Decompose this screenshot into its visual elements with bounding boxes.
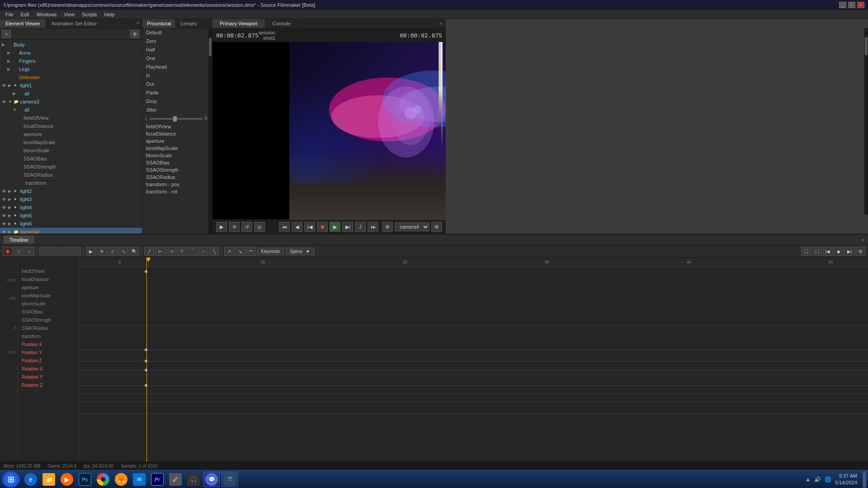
menu-scripts[interactable]: Scripts	[78, 11, 101, 18]
tree-item-ssaoradius[interactable]: SSAORadius	[0, 171, 142, 179]
tree-item-body[interactable]: ▶ Body	[0, 41, 142, 49]
menu-windows[interactable]: Windows	[33, 11, 61, 18]
proc-out[interactable]: Out	[142, 80, 212, 89]
left-panel-close[interactable]: ×	[134, 19, 142, 26]
taskbar-sfm[interactable]: 🎬	[222, 472, 238, 487]
tl-ease-1[interactable]: ↗	[224, 247, 234, 256]
attr-aperture[interactable]: aperture	[142, 137, 212, 145]
tl-btn-mode2[interactable]: ↕	[24, 247, 34, 256]
tree-item-ssaostrength[interactable]: SSAOStrength	[0, 163, 142, 171]
tree-item-tonemapscale[interactable]: toneMapScale	[0, 138, 142, 146]
tree-item-arms[interactable]: ▶ Arms	[0, 49, 142, 57]
transport-step-forward[interactable]: ▶|	[342, 222, 353, 232]
tree-item-all-light1[interactable]: ▶ all	[0, 89, 142, 98]
tree-item-fov[interactable]: fieldOfView	[0, 114, 142, 122]
proc-zero[interactable]: Zero	[142, 37, 212, 46]
tl-settings[interactable]: ⚙	[855, 247, 865, 256]
tree-item-focal[interactable]: focalDistance	[0, 122, 142, 130]
slider-track[interactable]	[150, 118, 203, 120]
tab-lenses[interactable]: Lenses	[176, 19, 201, 28]
tool-move[interactable]: ✛	[229, 222, 240, 232]
minimize-button[interactable]: _	[839, 2, 846, 8]
attr-ssaostrength[interactable]: SSAOStrength	[142, 166, 212, 174]
tab-timeline[interactable]: Timeline	[4, 236, 34, 244]
attr-tonemap[interactable]: toneMapScale	[142, 145, 212, 152]
proc-drop[interactable]: Drop	[142, 97, 212, 106]
tool-pointer[interactable]: ▶	[216, 222, 227, 232]
show-desktop-icon[interactable]	[863, 471, 866, 488]
taskbar-headphones[interactable]: 🎧	[185, 472, 202, 487]
left-scrollbar-thumb[interactable]	[865, 37, 868, 55]
tree-item-aperture[interactable]: aperture	[0, 130, 142, 138]
tl-interp-4[interactable]: ⊤	[177, 247, 187, 256]
attr-transform-pos[interactable]: transform - pos	[142, 181, 212, 188]
tree-item-fingers[interactable]: ▶ Fingers	[0, 57, 142, 65]
attr-transform-rot[interactable]: transform - rot	[142, 188, 212, 195]
tl-ease-2[interactable]: ↘	[235, 247, 245, 256]
tree-item-bloomscale[interactable]: bloomScale	[0, 146, 142, 155]
taskbar-firefox[interactable]: 🦊	[113, 472, 129, 487]
tl-tool-zoom[interactable]: 🔍	[129, 247, 139, 256]
tree-item-ssaobias[interactable]: SSAOBias	[0, 155, 142, 163]
tl-tool-crop[interactable]: ⤡	[118, 247, 128, 256]
taskbar-misc1[interactable]: 🖊	[167, 472, 184, 487]
taskbar-explorer[interactable]: 📁	[41, 472, 57, 487]
tree-item-camera3[interactable]: 👁 ▼ 📁 camera3	[0, 98, 142, 106]
close-button[interactable]: ×	[857, 2, 864, 8]
attr-fov[interactable]: fieldOfView	[142, 123, 212, 130]
tl-btn-mode1[interactable]: □	[14, 247, 24, 256]
tl-input-end[interactable]	[61, 247, 81, 255]
proc-default[interactable]: Default	[142, 28, 212, 37]
attr-ssaoradius[interactable]: SSAORadius	[142, 174, 212, 181]
tl-prev-key[interactable]: |◀	[823, 247, 833, 256]
tl-add-key[interactable]: ◆	[834, 247, 844, 256]
transport-rewind[interactable]: ⏮	[279, 222, 290, 232]
tl-btn-record[interactable]: ⏺	[3, 247, 13, 256]
proc-jitter[interactable]: Jitter	[142, 106, 212, 114]
tl-next-key[interactable]: ▶|	[844, 247, 854, 256]
proc-in[interactable]: In	[142, 71, 212, 80]
spline-dropdown-icon[interactable]: ▼	[306, 249, 310, 254]
left-panel-scrollbar[interactable]	[864, 28, 868, 215]
proc-half[interactable]: Half	[142, 46, 212, 54]
middle-scrollbar-thumb[interactable]	[209, 38, 212, 56]
tree-item-light3[interactable]: 👁 ▶ ✦ light3	[0, 195, 142, 203]
tl-interp-3[interactable]: ⊣	[166, 247, 176, 256]
transport-loop[interactable]: ⏭	[368, 222, 378, 232]
add-button[interactable]: +	[2, 30, 11, 38]
tl-wave[interactable]: 〜	[246, 247, 256, 256]
transport-end[interactable]: J	[355, 222, 366, 232]
tree-item-light1[interactable]: 👁 ▶ ✦ light1	[0, 81, 142, 89]
tl-interp-1[interactable]: ╱	[144, 247, 154, 256]
tree-item-light6[interactable]: 👁 ▶ ✦ light6	[0, 220, 142, 228]
transport-prev-frame[interactable]: ◀	[292, 222, 302, 232]
taskbar-photoshop[interactable]: Ps	[77, 472, 93, 487]
attr-ssaobias[interactable]: SSAOBias	[142, 159, 212, 166]
viewport-canvas[interactable]	[212, 42, 446, 220]
tree-item-unknown[interactable]: ▶ Unknown	[0, 73, 142, 81]
start-button[interactable]: ⊞	[2, 471, 20, 488]
tl-audio-btn[interactable]: 🎧	[801, 247, 811, 256]
taskbar-ie[interactable]: e	[23, 472, 39, 487]
timeline-close-button[interactable]: ×	[862, 237, 864, 243]
tl-input-start[interactable]	[39, 247, 60, 255]
spline-button[interactable]: Spline ▼	[286, 248, 314, 255]
tab-animation-set-editor[interactable]: Animation Set Editor	[46, 19, 103, 28]
attr-focal[interactable]: focalDistance	[142, 130, 212, 137]
tree-item-transform[interactable]: ▶ transform	[0, 179, 142, 187]
viewport-close-button[interactable]: ×	[436, 19, 446, 28]
tab-element-viewer[interactable]: Element Viewer	[0, 19, 46, 28]
settings-icon[interactable]: ⚙	[382, 222, 393, 232]
tl-tool-translate[interactable]: ✛	[97, 247, 107, 256]
proc-playhead[interactable]: Playhead	[142, 63, 212, 71]
menu-file[interactable]: File	[2, 11, 17, 18]
taskbar-chrome[interactable]	[95, 472, 111, 487]
tab-console[interactable]: Console	[265, 19, 298, 28]
proc-paste[interactable]: Paste	[142, 89, 212, 97]
tree-item-light4[interactable]: 👁 ▶ ✦ light4	[0, 203, 142, 211]
taskbar-mail[interactable]: ✉	[131, 472, 147, 487]
tree-item-camera4[interactable]: 👁 ▶ 📁 camera4	[0, 228, 142, 234]
timeline-tracks[interactable]: 0 10 20 30 40 50	[79, 258, 868, 470]
taskbar-premiere[interactable]: Pr	[149, 472, 165, 487]
transport-play[interactable]: ▶	[330, 222, 340, 232]
